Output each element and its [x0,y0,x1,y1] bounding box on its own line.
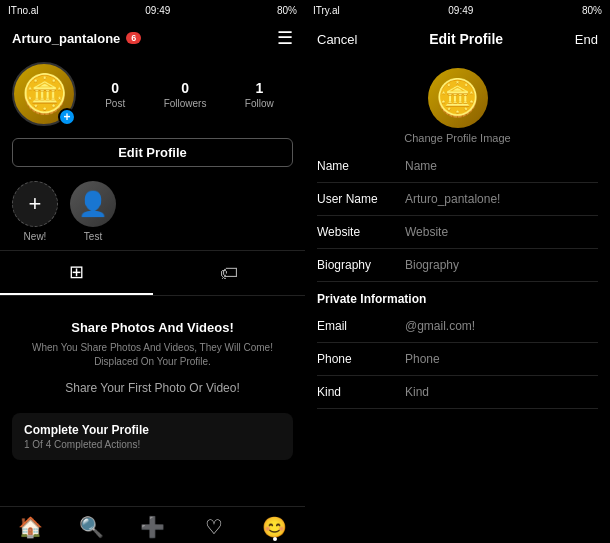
carrier-left: ITno.al [8,5,39,16]
follow-label: Follow [245,98,274,109]
left-panel: ITno.al 09:49 80% Arturo_pantalone 6 ☰ 🪙… [0,0,305,543]
phone-label: Phone [317,352,397,366]
website-value[interactable]: Website [405,225,598,239]
time-left: 09:49 [145,5,170,16]
profile-image-section: 🪙 Change Profile Image [305,58,610,150]
edit-profile-title: Edit Profile [429,31,503,47]
post-label: Post [105,98,125,109]
story-test-label: Test [84,231,102,242]
status-bar-right: ITry.al 09:49 80% [305,0,610,20]
field-biography: Biography Biography [317,249,598,282]
hamburger-icon[interactable]: ☰ [277,27,293,49]
avatar-container[interactable]: 🪙 + [12,62,76,126]
stats-row: 0 Post 0 Followers 1 Follow [86,80,293,109]
field-phone: Phone Phone [317,343,598,376]
tab-tag[interactable]: 🏷 [153,251,306,295]
biography-label: Biography [317,258,397,272]
nav-search[interactable]: 🔍 [61,515,122,539]
field-email: Email @gmail.com! [317,310,598,343]
status-bar-left: ITno.al 09:49 80% [0,0,305,20]
username-text: Arturo_pantalone [12,31,120,46]
kind-label: Kind [317,385,397,399]
tabs-row: ⊞ 🏷 [0,250,305,296]
nav-home[interactable]: 🏠 [0,515,61,539]
stat-followers: 0 Followers [164,80,207,109]
change-photo-text[interactable]: Change Profile Image [404,132,510,144]
share-section: Share Photos And Videos! When You Share … [0,296,305,405]
post-count: 0 [111,80,119,96]
carrier-right: ITry.al [313,5,340,16]
stories-row: + New! 👤 Test [0,173,305,250]
battery-left: 80% [277,5,297,16]
form-fields: Name Name User Name Arturo_pantalone! We… [305,150,610,543]
notification-badge: 6 [126,32,141,44]
phone-value[interactable]: Phone [405,352,598,366]
story-new[interactable]: + New! [12,181,58,242]
email-label: Email [317,319,397,333]
email-value[interactable]: @gmail.com! [405,319,598,333]
active-dot [273,537,277,541]
kind-value[interactable]: Kind [405,385,598,399]
stat-post: 0 Post [105,80,125,109]
grid-icon: ⊞ [69,261,84,283]
complete-profile-section: Complete Your Profile 1 Of 4 Completed A… [12,413,293,460]
header-left: Arturo_pantalone 6 ☰ [0,20,305,56]
story-test-circle[interactable]: 👤 [70,181,116,227]
end-button[interactable]: End [575,32,598,47]
name-value[interactable]: Name [405,159,598,173]
followers-count: 0 [181,80,189,96]
followers-label: Followers [164,98,207,109]
tab-grid[interactable]: ⊞ [0,251,153,295]
field-website: Website Website [317,216,598,249]
edit-header: Cancel Edit Profile End [305,20,610,58]
profile-stats: 🪙 + 0 Post 0 Followers 1 Follow [0,56,305,132]
name-label: Name [317,159,397,173]
battery-right: 80% [582,5,602,16]
time-right: 09:49 [448,5,473,16]
add-story-circle[interactable]: + [12,181,58,227]
share-title: Share Photos And Videos! [71,320,234,335]
avatar-edit-emoji: 🪙 [435,77,480,119]
website-label: Website [317,225,397,239]
nav-heart[interactable]: ♡ [183,515,244,539]
search-icon: 🔍 [79,515,104,539]
add-icon: ➕ [140,515,165,539]
avatar-emoji: 🪙 [21,75,68,113]
edit-profile-button[interactable]: Edit Profile [12,138,293,167]
field-name: Name Name [317,150,598,183]
home-icon: 🏠 [18,515,43,539]
complete-title: Complete Your Profile [24,423,281,437]
nav-profile[interactable]: 😊 [244,515,305,539]
complete-sub: 1 Of 4 Completed Actions! [24,439,281,450]
share-link[interactable]: Share Your First Photo Or Video! [65,381,240,395]
username-label: User Name [317,192,397,206]
cancel-button[interactable]: Cancel [317,32,357,47]
story-test[interactable]: 👤 Test [70,181,116,242]
follow-count: 1 [255,80,263,96]
field-username: User Name Arturo_pantalone! [317,183,598,216]
share-desc: When You Share Photos And Videos, They W… [20,341,285,369]
add-story-badge[interactable]: + [58,108,76,126]
tag-icon: 🏷 [220,263,238,284]
username-area: Arturo_pantalone 6 [12,31,141,46]
field-kind: Kind Kind [317,376,598,409]
heart-icon: ♡ [205,515,223,539]
profile-avatar-edit[interactable]: 🪙 [428,68,488,128]
private-section-header: Private Information [317,282,598,310]
biography-value[interactable]: Biography [405,258,598,272]
right-panel: ITry.al 09:49 80% Cancel Edit Profile En… [305,0,610,543]
nav-add[interactable]: ➕ [122,515,183,539]
bottom-nav: 🏠 🔍 ➕ ♡ 😊 [0,506,305,543]
username-value[interactable]: Arturo_pantalone! [405,192,598,206]
profile-icon: 😊 [262,515,287,539]
stat-follow: 1 Follow [245,80,274,109]
story-new-label: New! [24,231,47,242]
